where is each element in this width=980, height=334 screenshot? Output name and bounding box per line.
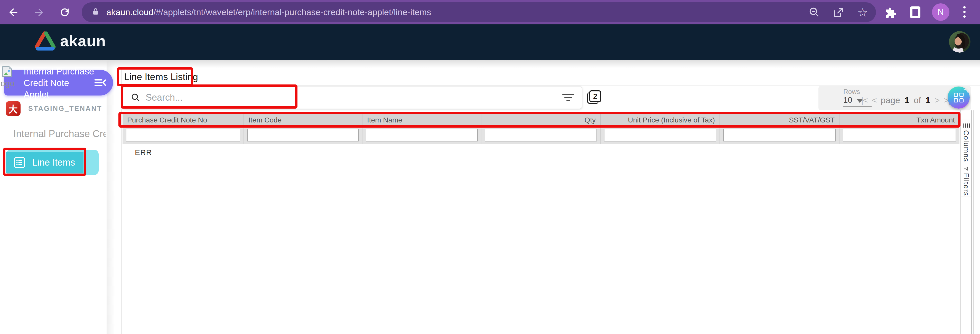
tab-columns-label: Columns <box>962 130 970 162</box>
funnel-icon <box>964 165 969 172</box>
url-text: akaun.cloud/#/applets/tnt/wavelet/erp/in… <box>107 7 796 17</box>
share-icon[interactable] <box>832 6 845 19</box>
browser-window: akaun.cloud/#/applets/tnt/wavelet/erp/in… <box>0 0 980 334</box>
table-header-row: Purchase Credit Note No Item Code Item N… <box>123 114 959 126</box>
of-word: of <box>914 95 921 105</box>
table-row[interactable]: ERR <box>123 144 959 161</box>
grid-icon <box>954 93 964 102</box>
search-icon <box>131 93 140 102</box>
akaun-logo[interactable]: akaun <box>34 30 106 51</box>
browser-menu-icon[interactable] <box>963 6 966 18</box>
reload-icon <box>59 6 71 18</box>
applet-logo-placeholder: ogo <box>0 65 14 88</box>
next-page-button[interactable]: > <box>934 95 939 105</box>
tab-filters[interactable]: Filters <box>961 162 971 196</box>
rows-label: Rows <box>843 88 860 96</box>
tenant-logo: 大 <box>6 101 21 116</box>
tenant-name: STAGING_TENANT <box>28 105 102 113</box>
logo-alt-text: ogo <box>0 79 14 88</box>
table-cell: ERR <box>135 148 152 157</box>
address-bar[interactable]: akaun.cloud/#/applets/tnt/wavelet/erp/in… <box>82 2 876 22</box>
brand-wordmark: akaun <box>60 32 106 50</box>
side-panel-icon[interactable] <box>909 6 922 19</box>
page-title: Line Items Listing <box>124 72 198 83</box>
strip-spacer <box>961 110 971 119</box>
arrow-right-icon <box>33 6 45 18</box>
column-header[interactable]: Unit Price (Inclusive of Tax) <box>601 114 720 126</box>
header-shadow <box>0 60 980 68</box>
user-photo <box>949 31 970 52</box>
first-page-button[interactable]: |< <box>861 95 867 105</box>
extensions-icon[interactable] <box>884 6 897 19</box>
prev-page-button[interactable]: < <box>872 95 877 105</box>
zoom-out-icon[interactable] <box>808 6 821 19</box>
filter-icon[interactable] <box>562 94 574 101</box>
browser-forward-button[interactable] <box>32 6 46 19</box>
akaun-triangle-icon <box>34 30 57 51</box>
module-title: Internal Purchase Credit <box>13 128 106 139</box>
collapse-sidebar-icon[interactable] <box>94 78 106 87</box>
browser-profile-avatar[interactable]: N <box>932 3 950 21</box>
column-header[interactable]: Purchase Credit Note No <box>123 114 244 126</box>
column-header[interactable]: Item Name <box>363 114 481 126</box>
rows-per-page-value[interactable]: 10 <box>843 95 852 105</box>
lock-icon <box>91 8 100 17</box>
search-box[interactable] <box>123 86 582 109</box>
layout-2-icon[interactable]: 2 <box>589 91 604 105</box>
search-input[interactable] <box>145 92 557 103</box>
columns-icon <box>963 124 970 127</box>
sidebar-item-label: Line Items <box>32 157 75 168</box>
bookmark-star-icon[interactable]: ☆ <box>856 6 869 19</box>
strip-outer-border <box>973 110 974 334</box>
total-pages: 1 <box>925 95 930 105</box>
current-page: 1 <box>904 95 909 105</box>
arrow-left-icon <box>8 6 19 18</box>
column-header[interactable]: Qty <box>481 114 601 126</box>
filter-input-item-name[interactable] <box>366 129 478 142</box>
broken-image-icon <box>0 65 14 78</box>
filter-input-qty[interactable] <box>485 129 597 142</box>
sidebar-item-line-items[interactable]: Line Items <box>6 152 83 173</box>
browser-reload-button[interactable] <box>58 6 72 19</box>
user-avatar[interactable] <box>949 31 970 52</box>
column-header[interactable]: Txn Amount <box>840 114 959 126</box>
url-host: akaun.cloud <box>107 7 153 17</box>
filter-input-sst-vat-gst[interactable] <box>723 129 836 142</box>
browser-back-button[interactable] <box>7 6 20 19</box>
grid-view-button[interactable] <box>948 86 970 108</box>
table-filter-row <box>123 126 959 144</box>
filter-input-item-code[interactable] <box>247 129 359 142</box>
column-header[interactable]: SST/VAT/GST <box>720 114 840 126</box>
page-word: page <box>881 95 900 105</box>
pagination: |< < page 1 of 1 > >| <box>861 94 950 107</box>
column-header[interactable]: Item Code <box>244 114 363 126</box>
app-header: akaun <box>0 24 980 60</box>
filter-input-unit-price[interactable] <box>604 129 716 142</box>
right-panel-tabs: Columns Filters <box>961 110 972 334</box>
applet-title: Internal Purchase Credit Note Applet <box>24 65 94 100</box>
tab-filters-label: Filters <box>962 173 970 196</box>
tab-columns[interactable]: Columns <box>961 119 971 162</box>
list-icon <box>14 157 25 168</box>
tenant-row[interactable]: 大 STAGING_TENANT <box>6 101 102 116</box>
url-path: /#/applets/tnt/wavelet/erp/internal-purc… <box>153 7 431 17</box>
sidebar-gap <box>107 60 120 334</box>
filter-input-txn-amount[interactable] <box>843 129 956 142</box>
panel-left-border <box>121 67 121 334</box>
browser-toolbar: akaun.cloud/#/applets/tnt/wavelet/erp/in… <box>0 0 980 24</box>
filter-input-purchase-credit-note-no[interactable] <box>126 129 240 142</box>
sidebar-applet-header[interactable]: Internal Purchase Credit Note Applet <box>4 70 113 95</box>
layout-2-number: 2 <box>589 91 601 102</box>
